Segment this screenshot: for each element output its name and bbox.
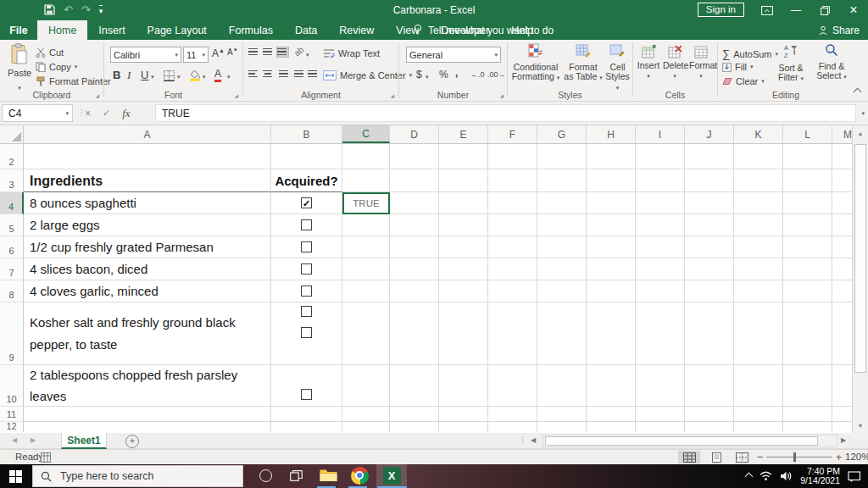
add-sheet-button[interactable]: +: [125, 435, 139, 448]
column-header-l[interactable]: L: [783, 125, 832, 143]
hscroll-right-icon[interactable]: ▶: [841, 436, 846, 444]
font-name-combo[interactable]: Calibri ▾: [110, 47, 181, 63]
empty-cells[interactable]: [390, 422, 852, 432]
cell-c8[interactable]: [342, 280, 390, 302]
cell-c6[interactable]: [342, 236, 390, 258]
format-as-table-button[interactable]: Format as Table ▾: [564, 43, 603, 83]
conditional-formatting-button[interactable]: ≠ Conditional Formatting ▾: [510, 43, 561, 83]
cell-b2[interactable]: [271, 144, 342, 169]
empty-cells[interactable]: [390, 192, 852, 214]
tab-page-layout[interactable]: Page Layout: [136, 20, 218, 40]
row-header-5[interactable]: 5: [0, 214, 24, 236]
cell-a12[interactable]: [24, 422, 271, 432]
cell-b11[interactable]: [271, 407, 342, 422]
fill-color-dropdown-icon[interactable]: ▾: [203, 74, 206, 80]
fill-button[interactable]: Fill ▾: [722, 62, 754, 72]
action-center-icon[interactable]: [848, 471, 861, 482]
middle-align-icon[interactable]: [263, 47, 274, 57]
decrease-decimal-icon[interactable]: .00→: [487, 70, 506, 79]
ribbon-display-options-button[interactable]: [753, 0, 782, 20]
align-right-icon[interactable]: [277, 69, 288, 79]
column-header-g[interactable]: G: [537, 125, 587, 143]
task-view-button[interactable]: [281, 464, 310, 486]
number-dialog-launcher-icon[interactable]: ◢: [499, 92, 504, 98]
tab-file[interactable]: File: [0, 20, 37, 40]
cell-b10[interactable]: [271, 365, 342, 407]
row-header-10[interactable]: 10: [0, 365, 24, 407]
cell-c7[interactable]: [342, 258, 390, 280]
zoom-slider[interactable]: [766, 457, 832, 458]
share-button[interactable]: Share: [818, 20, 860, 40]
cell-c10[interactable]: [342, 365, 390, 407]
checkbox-parmesan[interactable]: [301, 241, 312, 252]
copy-button[interactable]: Copy ▾: [36, 62, 77, 72]
formula-input[interactable]: TRUE: [155, 104, 856, 122]
format-painter-button[interactable]: Format Painter: [36, 76, 111, 86]
normal-view-button[interactable]: [678, 451, 700, 463]
tray-expand-icon[interactable]: [745, 472, 754, 480]
scroll-down-icon[interactable]: ▼: [853, 419, 868, 431]
checkbox-eggs[interactable]: [301, 219, 312, 230]
close-button[interactable]: ×: [839, 0, 868, 20]
column-header-j[interactable]: J: [685, 125, 734, 143]
row-header-4[interactable]: 4: [0, 192, 24, 214]
cell-styles-button[interactable]: Cell Styles ▾: [604, 43, 632, 92]
font-size-combo[interactable]: 11 ▾: [183, 47, 209, 63]
expand-formula-bar-icon[interactable]: ▾: [861, 110, 865, 117]
cell-a9[interactable]: Kosher salt and freshly ground black pep…: [24, 302, 271, 365]
tab-data[interactable]: Data: [284, 20, 328, 40]
paste-button[interactable]: Paste ▾: [7, 43, 32, 93]
empty-cells[interactable]: [390, 258, 852, 280]
tab-review[interactable]: Review: [328, 20, 385, 40]
clock[interactable]: 7:40 PM 9/14/2021: [800, 467, 840, 486]
cell-b8[interactable]: [271, 280, 342, 302]
cell-c4-selected[interactable]: TRUE: [342, 192, 390, 214]
wifi-icon[interactable]: [760, 471, 772, 481]
decrease-font-icon[interactable]: A▼: [227, 47, 238, 57]
sheet-tab-sheet1[interactable]: Sheet1: [61, 433, 107, 449]
empty-cells[interactable]: [390, 365, 852, 407]
scroll-up-icon[interactable]: ▲: [853, 125, 868, 141]
font-color-dropdown-icon[interactable]: ▾: [227, 74, 231, 80]
cell-b6[interactable]: [271, 236, 342, 258]
minimize-button[interactable]: —: [782, 0, 810, 20]
name-box[interactable]: C4 ▾: [2, 104, 73, 122]
cut-button[interactable]: Cut: [36, 47, 64, 58]
vertical-scrollbar[interactable]: ▲ ▼: [852, 125, 868, 433]
cell-a8[interactable]: 4 cloves garlic, minced: [24, 280, 271, 302]
collapse-ribbon-icon[interactable]: [854, 88, 862, 97]
column-header-d[interactable]: D: [390, 125, 439, 143]
excel-taskbar-button[interactable]: X: [377, 464, 406, 486]
copy-dropdown-icon[interactable]: ▾: [75, 64, 78, 70]
cell-a6[interactable]: 1/2 cup freshly grated Parmesan: [24, 236, 271, 258]
align-center-icon[interactable]: [263, 69, 274, 79]
row-header-9[interactable]: 9: [0, 302, 24, 365]
file-explorer-button[interactable]: [314, 464, 342, 486]
zoom-level[interactable]: 120%: [845, 452, 868, 462]
sign-in-button[interactable]: Sign in: [698, 3, 744, 17]
empty-cells[interactable]: [390, 302, 852, 365]
font-color-button[interactable]: A: [214, 68, 221, 82]
underline-dropdown-icon[interactable]: ▾: [151, 74, 154, 80]
vertical-scroll-thumb[interactable]: [854, 144, 866, 373]
cell-b4[interactable]: [271, 192, 342, 214]
column-header-i[interactable]: I: [636, 125, 685, 143]
accounting-dropdown-icon[interactable]: ▾: [426, 74, 429, 80]
cell-c9[interactable]: [342, 302, 390, 365]
empty-cells[interactable]: [390, 236, 852, 258]
cell-c3[interactable]: [342, 169, 390, 192]
fill-color-icon[interactable]: [189, 69, 201, 81]
align-left-icon[interactable]: [248, 69, 259, 79]
column-header-c[interactable]: C: [342, 125, 390, 143]
cell-a4[interactable]: 8 ounces spaghetti: [24, 192, 271, 214]
orientation-icon[interactable]: ab: [292, 45, 306, 58]
tab-home[interactable]: Home: [37, 20, 87, 40]
underline-button[interactable]: U: [141, 69, 148, 81]
column-header-b[interactable]: B: [271, 125, 342, 143]
borders-dropdown-icon[interactable]: ▾: [177, 74, 181, 80]
tab-scroll-splitter[interactable]: ⋮: [519, 435, 525, 444]
hscroll-left-icon[interactable]: ◀: [531, 436, 536, 444]
empty-cells[interactable]: [390, 407, 852, 422]
bottom-align-icon[interactable]: [277, 47, 288, 57]
borders-icon[interactable]: [164, 70, 175, 81]
